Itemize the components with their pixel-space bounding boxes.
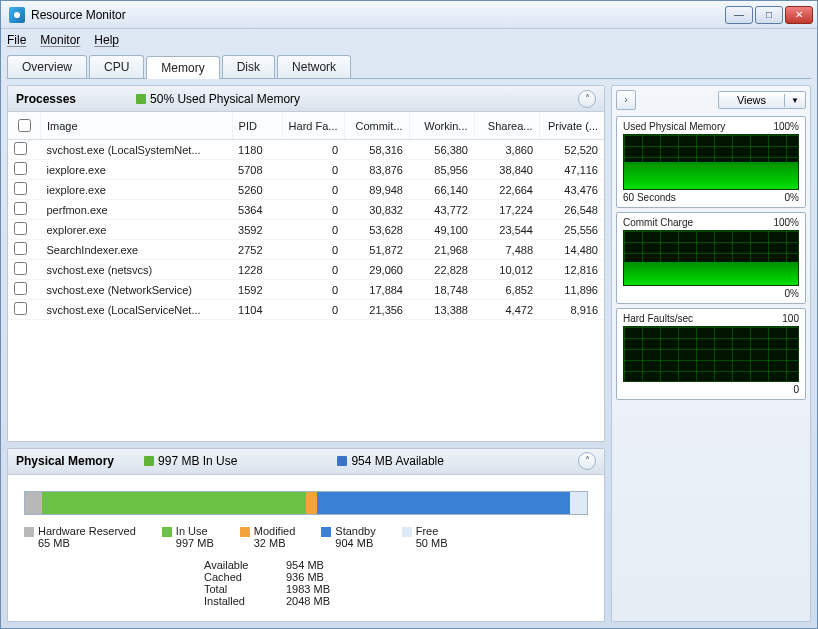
cell-pid: 1228 (232, 260, 282, 280)
cell-image: iexplore.exe (41, 160, 233, 180)
menu-monitor[interactable]: Monitor (40, 33, 80, 47)
col-private[interactable]: Private (... (539, 112, 604, 140)
cell-commit: 58,316 (344, 140, 409, 160)
table-row[interactable]: iexplore.exe5260089,94866,14022,66443,47… (8, 180, 604, 200)
col-shareable[interactable]: Sharea... (474, 112, 539, 140)
cell-working: 56,380 (409, 140, 474, 160)
table-row[interactable]: explorer.exe3592053,62849,10023,54425,55… (8, 220, 604, 240)
cell-pid: 2752 (232, 240, 282, 260)
inuse-label: 997 MB In Use (158, 454, 237, 468)
row-checkbox[interactable] (14, 282, 27, 295)
collapse-processes-button[interactable]: ˄ (578, 90, 596, 108)
processes-header[interactable]: Processes 50% Used Physical Memory ˄ (8, 86, 604, 112)
chart-min: 0% (785, 192, 799, 203)
col-pid[interactable]: PID (232, 112, 282, 140)
table-row[interactable]: svchost.exe (LocalServiceNet...1104021,3… (8, 300, 604, 320)
col-hardfaults[interactable]: Hard Fa... (282, 112, 344, 140)
chart-max: 100% (773, 217, 799, 228)
tab-network[interactable]: Network (277, 55, 351, 78)
legend-item: Modified32 MB (240, 525, 296, 549)
mem-usage-swatch-icon (136, 94, 146, 104)
app-icon (9, 7, 25, 23)
collapse-physmem-button[interactable]: ˄ (578, 452, 596, 470)
tab-disk[interactable]: Disk (222, 55, 275, 78)
tab-cpu[interactable]: CPU (89, 55, 144, 78)
legend-item: In Use997 MB (162, 525, 214, 549)
row-checkbox[interactable] (14, 202, 27, 215)
table-row[interactable]: SearchIndexer.exe2752051,87221,9687,4881… (8, 240, 604, 260)
cell-image: svchost.exe (NetworkService) (41, 280, 233, 300)
cell-shareable: 10,012 (474, 260, 539, 280)
cell-private: 14,480 (539, 240, 604, 260)
title-bar[interactable]: Resource Monitor — □ ✕ (1, 1, 817, 29)
charts-sidebar: › Views ▼ Used Physical Memory100%60 Sec… (611, 85, 811, 622)
cell-hardfaults: 0 (282, 300, 344, 320)
summary-cached-key: Cached (204, 571, 274, 583)
table-row[interactable]: svchost.exe (NetworkService)1592017,8841… (8, 280, 604, 300)
cell-private: 8,916 (539, 300, 604, 320)
cell-commit: 30,832 (344, 200, 409, 220)
maximize-button[interactable]: □ (755, 6, 783, 24)
col-image[interactable]: Image (41, 112, 233, 140)
chart-min: 0% (785, 288, 799, 299)
cell-commit: 89,948 (344, 180, 409, 200)
window-title: Resource Monitor (31, 8, 725, 22)
mini-chart: Used Physical Memory100%60 Seconds0% (616, 116, 806, 208)
menu-help[interactable]: Help (94, 33, 119, 47)
table-row[interactable]: iexplore.exe5708083,87685,95638,84047,11… (8, 160, 604, 180)
cell-commit: 83,876 (344, 160, 409, 180)
row-checkbox[interactable] (14, 182, 27, 195)
tab-bar: Overview CPU Memory Disk Network (7, 55, 811, 79)
cell-pid: 1180 (232, 140, 282, 160)
chart-title: Hard Faults/sec (623, 313, 693, 324)
inuse-swatch-icon (144, 456, 154, 466)
legend-swatch-icon (321, 527, 331, 537)
row-checkbox[interactable] (14, 242, 27, 255)
row-checkbox[interactable] (14, 262, 27, 275)
table-row[interactable]: svchost.exe (netsvcs)1228029,06022,82810… (8, 260, 604, 280)
memory-bar-segment (317, 492, 570, 514)
minimize-button[interactable]: — (725, 6, 753, 24)
legend-item: Standby904 MB (321, 525, 375, 549)
chart-xlabel: 60 Seconds (623, 192, 676, 203)
cell-working: 49,100 (409, 220, 474, 240)
legend-swatch-icon (240, 527, 250, 537)
sidebar-expand-button[interactable]: › (616, 90, 636, 110)
memory-bar (24, 491, 588, 515)
cell-private: 25,556 (539, 220, 604, 240)
row-checkbox[interactable] (14, 222, 27, 235)
select-all-checkbox[interactable] (18, 119, 31, 132)
close-button[interactable]: ✕ (785, 6, 813, 24)
table-row[interactable]: svchost.exe (LocalSystemNet...1180058,31… (8, 140, 604, 160)
cell-hardfaults: 0 (282, 260, 344, 280)
cell-working: 13,388 (409, 300, 474, 320)
row-checkbox[interactable] (14, 162, 27, 175)
cell-working: 66,140 (409, 180, 474, 200)
summary-installed-val: 2048 MB (286, 595, 330, 607)
row-checkbox[interactable] (14, 142, 27, 155)
row-checkbox[interactable] (14, 302, 27, 315)
cell-shareable: 4,472 (474, 300, 539, 320)
menu-file[interactable]: File (7, 33, 26, 47)
col-commit[interactable]: Commit... (344, 112, 409, 140)
cell-pid: 3592 (232, 220, 282, 240)
col-working[interactable]: Workin... (409, 112, 474, 140)
cell-private: 47,116 (539, 160, 604, 180)
views-label: Views (719, 92, 784, 108)
table-row[interactable]: perfmon.exe5364030,83243,77217,22426,548 (8, 200, 604, 220)
processes-panel: Processes 50% Used Physical Memory ˄ Ima… (7, 85, 605, 442)
tab-overview[interactable]: Overview (7, 55, 87, 78)
memory-bar-segment (25, 492, 42, 514)
cell-commit: 53,628 (344, 220, 409, 240)
summary-total-val: 1983 MB (286, 583, 330, 595)
physical-memory-header[interactable]: Physical Memory 997 MB In Use 954 MB Ava… (8, 449, 604, 475)
summary-available-key: Available (204, 559, 274, 571)
views-button[interactable]: Views ▼ (718, 91, 806, 109)
cell-working: 43,772 (409, 200, 474, 220)
cell-private: 11,896 (539, 280, 604, 300)
tab-memory[interactable]: Memory (146, 56, 219, 79)
mem-usage-label: 50% Used Physical Memory (150, 92, 300, 106)
memory-bar-segment (42, 492, 306, 514)
chevron-down-icon[interactable]: ▼ (784, 94, 805, 107)
cell-working: 85,956 (409, 160, 474, 180)
